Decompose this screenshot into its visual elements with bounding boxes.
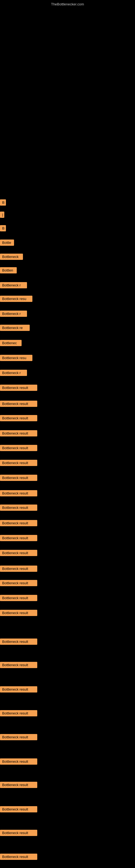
bottleneck-result-item[interactable]: Bottleneck resu xyxy=(0,355,32,361)
bottleneck-result-item[interactable]: Bottleneck result xyxy=(0,734,37,740)
bottleneck-result-item[interactable]: Bottleneck result xyxy=(0,758,37,765)
bottleneck-result-item[interactable]: Bottlenec xyxy=(0,340,21,346)
bottleneck-result-item[interactable]: Bottleneck result xyxy=(0,504,37,511)
bottleneck-result-item[interactable]: Bottleneck re xyxy=(0,325,30,331)
bottleneck-result-item[interactable]: Bottleneck result xyxy=(0,686,37,692)
bottleneck-result-item[interactable]: Bottlen xyxy=(0,267,17,273)
bottleneck-result-item[interactable]: Bottleneck result xyxy=(0,460,37,466)
bottleneck-result-item[interactable]: Bottleneck result xyxy=(0,580,37,586)
bottleneck-result-item[interactable]: Bottle xyxy=(0,240,14,246)
bottleneck-result-item[interactable]: Bottleneck result xyxy=(0,854,37,860)
bottleneck-result-item[interactable]: Bottleneck result xyxy=(0,430,37,436)
bottleneck-result-item[interactable]: B xyxy=(0,199,6,206)
bottleneck-result-item[interactable]: Bottleneck result xyxy=(0,520,37,526)
bottleneck-result-item[interactable]: Bottleneck result xyxy=(0,639,37,645)
bottleneck-result-item[interactable]: Bottleneck result xyxy=(0,806,37,812)
bottleneck-result-item[interactable]: Bottleneck result xyxy=(0,662,37,668)
bottleneck-result-item[interactable]: Bottleneck result xyxy=(0,475,37,481)
bottleneck-result-item[interactable]: Bottleneck xyxy=(0,254,23,260)
bottleneck-result-item[interactable]: Bottleneck r xyxy=(0,311,27,317)
bottleneck-result-item[interactable]: Bottleneck result xyxy=(0,830,37,836)
bottleneck-result-item[interactable]: Bottleneck resu xyxy=(0,296,32,302)
bottleneck-result-item[interactable]: Bottleneck result xyxy=(0,565,37,572)
site-title: TheBottlenecker.com xyxy=(51,2,84,6)
bottleneck-result-item[interactable]: Bottleneck r xyxy=(0,282,27,288)
bottleneck-result-item[interactable]: Bottleneck result xyxy=(0,610,37,616)
bottleneck-result-item[interactable]: Bottleneck result xyxy=(0,535,37,541)
bottleneck-result-item[interactable]: Bottleneck result xyxy=(0,384,37,391)
bottleneck-result-item[interactable]: B xyxy=(0,225,6,231)
bottleneck-result-item[interactable]: | xyxy=(0,212,4,218)
bottleneck-result-item[interactable]: Bottleneck result xyxy=(0,595,37,601)
bottleneck-result-item[interactable]: Bottleneck result xyxy=(0,415,37,421)
bottleneck-result-item[interactable]: Bottleneck result xyxy=(0,710,37,716)
bottleneck-result-item[interactable]: Bottleneck result xyxy=(0,445,37,451)
bottleneck-result-item[interactable]: Bottleneck result xyxy=(0,401,37,407)
bottleneck-result-item[interactable]: Bottleneck result xyxy=(0,782,37,788)
bottleneck-result-item[interactable]: Bottleneck result xyxy=(0,490,37,496)
bottleneck-result-item[interactable]: Bottleneck r xyxy=(0,370,27,376)
bottleneck-result-item[interactable]: Bottleneck result xyxy=(0,550,37,556)
